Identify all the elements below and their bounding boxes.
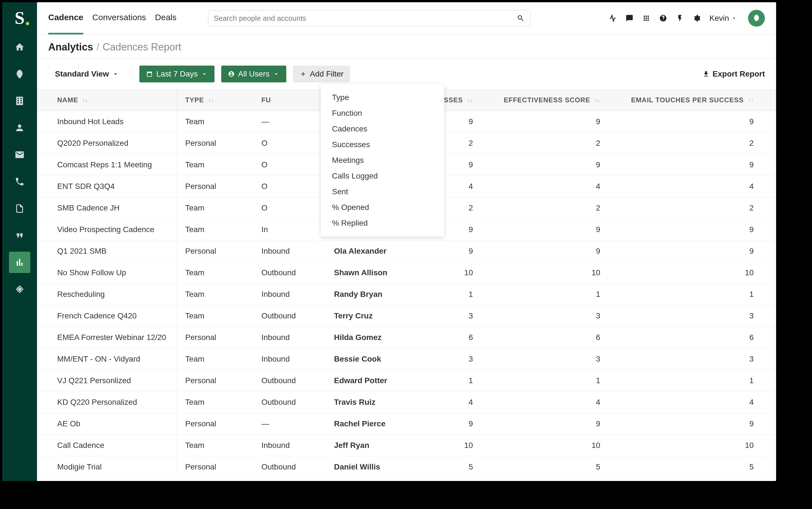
col-header-name[interactable]: NAME ↑↓ — [37, 90, 177, 111]
col-header-type[interactable]: TYPE ↑↓ — [177, 90, 253, 111]
cell-name: Inbound Hot Leads — [37, 111, 177, 133]
view-selector[interactable]: Standard View — [48, 66, 126, 82]
chevron-down-icon — [201, 71, 208, 77]
sidebar-calls[interactable] — [9, 171, 30, 192]
table-row[interactable]: French Cadence Q420TeamOutboundTerry Cru… — [37, 305, 776, 327]
filter-option[interactable]: Successes — [321, 137, 444, 152]
tab-cadence[interactable]: Cadence — [48, 2, 83, 34]
download-icon — [702, 70, 710, 78]
bar-chart-icon — [14, 257, 25, 267]
person-icon — [14, 123, 25, 133]
bolt-icon[interactable] — [676, 14, 684, 23]
cell-effectiveness: 2 — [496, 133, 623, 154]
topbar: Cadence Conversations Deals — [37, 2, 776, 34]
filter-option[interactable]: Type — [321, 90, 444, 105]
sidebar-people[interactable] — [9, 117, 30, 138]
cell-touches: 9 — [623, 154, 776, 176]
filter-option[interactable]: Calls Logged — [321, 168, 444, 184]
tab-conversations[interactable]: Conversations — [92, 2, 146, 34]
settings-icon[interactable] — [692, 14, 701, 23]
cell-type: Team — [177, 348, 253, 370]
cell-effectiveness: 3 — [496, 348, 623, 370]
table-row[interactable]: ReschedulingTeamInboundRandy Bryan111 — [37, 284, 776, 305]
sidebar-rocket[interactable] — [9, 63, 30, 84]
table-row[interactable]: Call CadenceTeamInboundJeff Ryan101010 — [37, 435, 776, 456]
cell-successes: 3 — [402, 305, 496, 327]
col-header-email-touches[interactable]: EMAIL TOUCHES PER SUCCESS ↑↓ — [623, 90, 776, 111]
sidebar-snippets[interactable] — [9, 225, 30, 246]
cell-successes: 1 — [402, 284, 496, 305]
table-row[interactable]: MM/ENT - ON - VidyardTeamInboundBessie C… — [37, 348, 776, 370]
export-report-button[interactable]: Export Report — [702, 69, 765, 78]
sidebar-analytics[interactable] — [9, 252, 30, 273]
sidebar-home[interactable] — [9, 36, 30, 58]
quote-icon — [14, 230, 25, 240]
table-row[interactable]: Modigie TrialPersonalOutboundDaniel Will… — [37, 456, 776, 478]
col-header-function[interactable]: FU — [253, 90, 326, 111]
col-header-effectiveness[interactable]: EFFECTIVENESS SCORE ↑↓ — [496, 90, 623, 111]
filter-option[interactable]: Sent — [321, 184, 444, 200]
tab-deals[interactable]: Deals — [155, 2, 177, 34]
breadcrumb-sep: / — [97, 41, 99, 53]
filter-option[interactable]: Function — [321, 105, 444, 121]
user-menu[interactable]: Kevin — [709, 14, 737, 23]
cell-type: Personal — [177, 133, 253, 154]
cell-name: KD Q220 Personalized — [37, 392, 177, 413]
cell-function: Inbound — [253, 240, 326, 262]
cell-effectiveness: 2 — [496, 197, 623, 219]
search-field-wrap[interactable] — [208, 10, 531, 26]
date-range-filter[interactable]: Last 7 Days — [139, 66, 214, 82]
cell-name: MM/ENT - ON - Vidyard — [37, 348, 177, 370]
table-row[interactable]: AE ObPersonal—Rachel Pierce999 — [37, 413, 776, 435]
add-filter-dropdown: TypeFunctionCadencesSuccessesMeetingsCal… — [321, 84, 444, 237]
sidebar-accounts[interactable] — [9, 90, 30, 111]
breadcrumb-root[interactable]: Analytics — [48, 41, 93, 53]
apps-icon[interactable] — [642, 14, 650, 23]
table-row[interactable]: KD Q220 PersonalizedTeamOutboundTravis R… — [37, 392, 776, 413]
cell-successes: 4 — [402, 392, 496, 413]
cell-type: Team — [177, 305, 253, 327]
document-icon — [14, 203, 25, 213]
table-row[interactable]: No Show Follow UpTeamOutboundShawn Allis… — [37, 262, 776, 284]
cell-owner: Randy Bryan — [326, 284, 402, 305]
cell-function: O — [253, 154, 326, 176]
calendar-icon — [146, 71, 153, 77]
sort-icon: ↑↓ — [467, 98, 473, 103]
cell-effectiveness: 3 — [496, 305, 623, 327]
cell-touches: 10 — [623, 435, 776, 456]
view-selector-label: Standard View — [55, 69, 109, 78]
help-icon[interactable] — [659, 14, 667, 23]
search-input[interactable] — [214, 14, 517, 23]
cell-successes: 9 — [402, 413, 496, 435]
table-row[interactable]: Q1 2021 SMBPersonalInboundOla Alexander9… — [37, 240, 776, 262]
cell-successes: 9 — [402, 240, 496, 262]
sidebar-target[interactable] — [9, 279, 30, 300]
table-row[interactable]: EMEA Forrester Webinar 12/20PersonalInbo… — [37, 327, 776, 348]
sidebar-templates[interactable] — [9, 198, 30, 219]
cell-touches: 5 — [623, 456, 776, 478]
cell-effectiveness: 4 — [496, 392, 623, 413]
sort-icon: ↑↓ — [748, 98, 754, 103]
cell-touches: 10 — [623, 262, 776, 284]
filter-option[interactable]: % Replied — [321, 215, 444, 231]
cell-touches: 1 — [623, 284, 776, 305]
sort-icon: ↑↓ — [595, 98, 600, 103]
cell-type: Personal — [177, 370, 253, 392]
divider — [132, 68, 133, 79]
filter-option[interactable]: % Opened — [321, 200, 444, 215]
table-row[interactable]: VJ Q221 PersonlizedPersonalOutboundEdwar… — [37, 370, 776, 392]
sidebar-email[interactable] — [9, 144, 30, 165]
app-logo[interactable]: S — [2, 2, 37, 34]
avatar[interactable] — [748, 10, 765, 27]
cell-touches: 4 — [623, 392, 776, 413]
cell-touches: 9 — [623, 111, 776, 133]
users-filter[interactable]: All Users — [221, 66, 286, 82]
activity-icon[interactable] — [608, 14, 617, 23]
filter-option[interactable]: Cadences — [321, 121, 444, 137]
cell-successes: 10 — [402, 435, 496, 456]
cell-owner: Rachel Pierce — [326, 413, 402, 435]
cell-touches: 9 — [623, 219, 776, 240]
filter-option[interactable]: Meetings — [321, 152, 444, 168]
add-filter-button[interactable]: Add Filter — [293, 66, 350, 82]
chat-icon[interactable] — [625, 14, 634, 23]
